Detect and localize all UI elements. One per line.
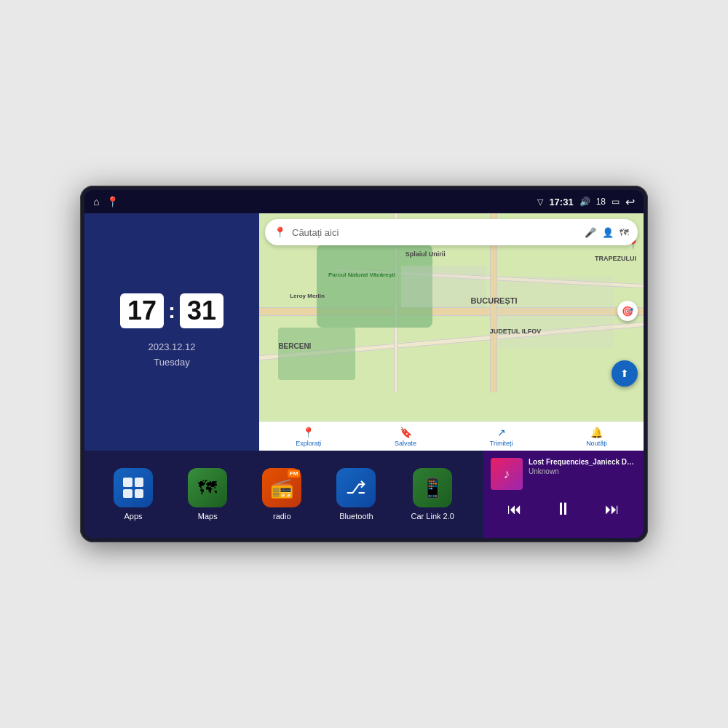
map-search-actions: 🎤 👤 🗺 [585,227,629,238]
map-navigate-btn[interactable]: ⬆ [612,360,638,387]
map-layers-icon[interactable]: 🗺 [620,227,629,238]
apps-grid-cell-4 [135,489,144,499]
app-label-radio: radio [273,512,290,521]
apps-grid-icon [123,478,143,498]
map-search-bar[interactable]: 📍 Căutați aici 🎤 👤 🗺 [265,219,638,245]
map-search-pin-icon: 📍 [274,226,286,238]
status-bar-left: ⌂ 📍 [93,196,119,207]
date-display: 2023.12.12 Tuesday [148,340,195,371]
main-content: 17 : 31 2023.12.12 Tuesday [84,213,644,538]
bluetooth-icon: ⎇ [346,478,366,498]
music-album-art: ♪ [491,458,523,490]
app-item-carlink[interactable]: 📱 Car Link 2.0 [411,468,454,521]
top-section: 17 : 31 2023.12.12 Tuesday [84,213,644,451]
map-widget[interactable]: Parcul Natural Văcărești Leroy Merlin BE… [259,213,644,451]
clock-display: 17 : 31 [120,293,223,328]
apps-icon-wrapper [114,468,153,507]
radio-icon: 📻 [270,477,293,499]
map-label-leroy: Leroy Merlin [290,293,325,299]
map-label-berceni: BERCENI [278,342,311,350]
music-text: Lost Frequencies_Janieck Devy-... Unknow… [529,458,636,475]
map-label-parcul: Parcul Natural Văcărești [328,272,395,278]
map-label-splaiul: Splaiul Unirii [405,250,446,258]
music-next-btn[interactable]: ⏭ [605,501,620,518]
carlink-icon: 📱 [421,477,444,499]
map-label-judet: JUDEȚUL ILFOV [490,328,541,335]
share-icon: ↗ [497,427,506,438]
signal-icon: ▽ [537,197,543,207]
apps-grid-cell-3 [123,489,132,499]
app-label-bluetooth: Bluetooth [339,512,373,521]
app-label-apps: Apps [124,512,143,521]
music-player: ♪ Lost Frequencies_Janieck Devy-... Unkn… [483,451,644,538]
clock-minute: 31 [180,293,223,328]
app-item-bluetooth[interactable]: ⎇ Bluetooth [336,468,376,521]
maps-icon: 🗺 [198,477,217,499]
app-label-maps: Maps [198,512,218,521]
music-prev-btn[interactable]: ⏮ [507,501,522,518]
app-item-apps[interactable]: Apps [114,468,153,521]
battery-icon: ▭ [612,197,620,207]
date-line1: 2023.12.12 [148,340,195,355]
carlink-icon-wrapper: 📱 [413,468,452,507]
fm-badge: FM [288,470,301,478]
news-icon: 🔔 [590,427,603,438]
maps-icon[interactable]: 📍 [106,196,119,207]
volume-icon: 🔊 [579,197,590,207]
apps-grid-cell-2 [135,478,144,487]
clock-hour: 17 [120,293,164,328]
back-icon[interactable]: ↩ [625,195,635,209]
map-label-trapezului: TRAPEZULUI [595,255,636,262]
home-icon[interactable]: ⌂ [93,196,99,207]
clock-separator: : [168,298,175,323]
date-line2: Tuesday [148,355,195,371]
music-play-btn[interactable]: ⏸ [555,499,572,519]
map-account-icon[interactable]: 👤 [602,227,614,238]
map-nav-news[interactable]: 🔔 Noutăți [586,427,607,447]
map-mic-icon[interactable]: 🎤 [585,227,596,238]
status-bar: ⌂ 📍 ▽ 17:31 🔊 18 ▭ ↩ [84,190,644,213]
bottom-section: Apps 🗺 Maps 📻 FM [84,451,644,538]
car-display-device: ⌂ 📍 ▽ 17:31 🔊 18 ▭ ↩ 17 : [80,186,648,542]
music-controls: ⏮ ⏸ ⏭ [491,499,636,519]
map-compass-btn[interactable]: 🎯 [617,301,638,321]
saved-icon: 🔖 [400,427,412,438]
time-display: 17:31 [549,197,573,207]
map-search-input[interactable]: Căutați aici [292,227,579,238]
map-nav-share[interactable]: ↗ Trimiteți [490,427,513,447]
music-title: Lost Frequencies_Janieck Devy-... [529,458,636,466]
device-screen: ⌂ 📍 ▽ 17:31 🔊 18 ▭ ↩ 17 : [84,190,644,538]
apps-row: Apps 🗺 Maps 📻 FM [84,451,483,538]
app-item-radio[interactable]: 📻 FM radio [262,468,301,521]
app-item-maps[interactable]: 🗺 Maps [188,468,227,521]
map-bottom-bar: 📍 Explorați 🔖 Salvate ↗ Trimiteți 🔔 [259,422,644,451]
map-nav-explore[interactable]: 📍 Explorați [296,427,321,447]
radio-icon-wrapper: 📻 FM [262,468,301,507]
bluetooth-icon-wrapper: ⎇ [336,468,376,507]
explore-icon: 📍 [302,427,314,438]
app-label-carlink: Car Link 2.0 [411,512,454,521]
clock-widget: 17 : 31 2023.12.12 Tuesday [84,213,259,451]
music-artist: Unknown [529,467,636,475]
music-info-row: ♪ Lost Frequencies_Janieck Devy-... Unkn… [491,458,636,490]
map-label-bucuresti: BUCUREȘTI [470,296,517,305]
map-nav-saved[interactable]: 🔖 Salvate [395,427,416,447]
battery-level: 18 [596,197,606,207]
apps-grid-cell-1 [123,478,132,487]
status-bar-right: ▽ 17:31 🔊 18 ▭ ↩ [537,195,635,209]
maps-icon-wrapper: 🗺 [188,468,227,507]
